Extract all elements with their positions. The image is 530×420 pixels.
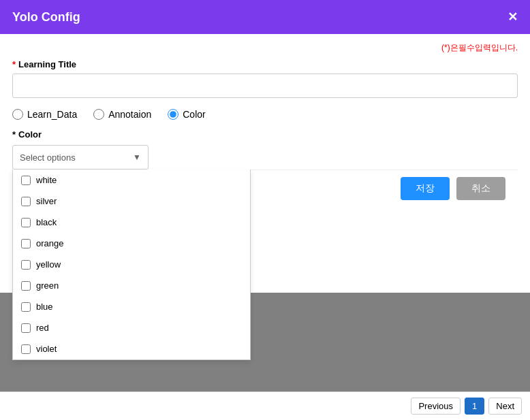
- color-label-text: Color: [18, 129, 42, 140]
- radio-color-label: Color: [183, 109, 205, 120]
- radio-learn-data[interactable]: Learn_Data: [12, 109, 77, 120]
- item-label-violet: violet: [36, 344, 57, 354]
- item-label-silver: silver: [36, 196, 57, 206]
- required-star-title: *: [12, 59, 16, 69]
- yolo-config-modal: Yolo Config ✕ (*)은필수입력입니다. * Learning Ti…: [0, 0, 530, 293]
- select-dropdown-container: Select options ▼ white silver black: [12, 145, 149, 169]
- checkbox-orange[interactable]: [21, 239, 31, 248]
- required-note: (*)은필수입력입니다.: [12, 42, 518, 54]
- list-item[interactable]: white: [13, 169, 250, 191]
- required-star-color: *: [12, 129, 16, 140]
- checkbox-violet[interactable]: [21, 344, 31, 354]
- list-item[interactable]: violet: [13, 338, 250, 359]
- modal-header: Yolo Config ✕: [0, 0, 530, 34]
- item-label-orange: orange: [36, 238, 63, 248]
- checkbox-white[interactable]: [21, 176, 31, 185]
- current-page-button[interactable]: 1: [465, 398, 484, 415]
- item-label-white: white: [36, 175, 57, 185]
- list-item[interactable]: yellow: [13, 254, 250, 275]
- item-label-black: black: [36, 217, 57, 227]
- radio-annotation-input[interactable]: [93, 109, 104, 120]
- checkbox-blue[interactable]: [21, 302, 31, 312]
- learning-title-label: * Learning Title: [12, 59, 518, 69]
- item-label-red: red: [36, 323, 49, 333]
- checkbox-yellow[interactable]: [21, 260, 31, 270]
- radio-learn-data-label: Learn_Data: [27, 109, 77, 120]
- modal-title: Yolo Config: [12, 10, 80, 25]
- color-field-label: * Color: [12, 129, 518, 140]
- dropdown-list: white silver black orange yellow: [12, 169, 251, 360]
- list-item[interactable]: silver: [13, 191, 250, 212]
- radio-color-input[interactable]: [168, 109, 178, 120]
- checkbox-silver[interactable]: [21, 197, 31, 206]
- select-dropdown-button[interactable]: Select options ▼: [12, 145, 149, 169]
- cancel-button[interactable]: 취소: [456, 177, 505, 200]
- radio-group: Learn_Data Annotaion Color: [12, 109, 518, 120]
- item-label-yellow: yellow: [36, 259, 61, 270]
- close-icon[interactable]: ✕: [508, 10, 518, 25]
- learning-title-input[interactable]: [12, 74, 518, 98]
- list-item[interactable]: orange: [13, 233, 250, 254]
- chevron-down-icon: ▼: [133, 152, 141, 162]
- select-placeholder: Select options: [20, 152, 76, 163]
- list-item[interactable]: blue: [13, 296, 250, 317]
- list-item[interactable]: red: [13, 317, 250, 338]
- checkbox-black[interactable]: [21, 218, 31, 227]
- radio-annotation-label: Annotaion: [108, 109, 151, 120]
- list-item[interactable]: green: [13, 275, 250, 296]
- radio-color[interactable]: Color: [168, 109, 205, 120]
- list-item[interactable]: black: [13, 212, 250, 233]
- radio-learn-data-input[interactable]: [12, 109, 23, 120]
- radio-annotation[interactable]: Annotaion: [93, 109, 151, 120]
- save-button[interactable]: 저장: [401, 177, 450, 200]
- modal-body: (*)은필수입력입니다. * Learning Title Learn_Data…: [0, 34, 530, 293]
- pagination-bar: Previous 1 Next: [0, 391, 530, 420]
- checkbox-red[interactable]: [21, 323, 31, 333]
- next-page-button[interactable]: Next: [488, 398, 522, 415]
- item-label-green: green: [36, 280, 59, 291]
- previous-page-button[interactable]: Previous: [411, 398, 461, 415]
- checkbox-green[interactable]: [21, 281, 31, 291]
- learning-title-text: Learning Title: [18, 59, 76, 69]
- item-label-blue: blue: [36, 302, 53, 312]
